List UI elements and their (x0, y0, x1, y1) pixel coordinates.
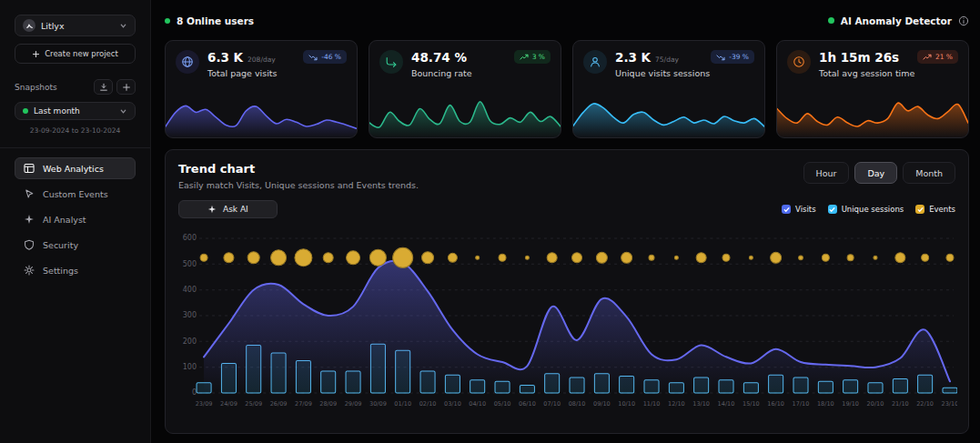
info-icon[interactable] (958, 15, 969, 26)
user-icon (583, 50, 607, 74)
sidebar-item-ai-analyst[interactable]: AI Analyst (15, 208, 136, 230)
trend-badge: -39 % (711, 50, 754, 64)
trend-chart-subtitle: Easily match Visits, Unique sessions and… (178, 180, 419, 190)
sidebar-item-web-analytics[interactable]: Web Analytics (15, 157, 136, 179)
sidebar-item-label: Web Analytics (43, 164, 104, 174)
stat-label: Bouncing rate (411, 68, 472, 78)
chevron-down-icon (119, 107, 127, 116)
litlyx-logo-icon (23, 19, 35, 32)
stat-per-day: 208/day (248, 55, 276, 64)
svg-text:28/09: 28/09 (319, 400, 337, 408)
trend-badge: 3 % (514, 50, 551, 64)
snapshot-range: 23-09-2024 to 23-10-2024 (15, 126, 136, 135)
sidebar-item-custom-events[interactable]: Custom Events (15, 183, 136, 205)
stat-value: 6.3 K (207, 50, 243, 65)
create-project-label: Create new project (45, 49, 118, 58)
sparkle-icon (23, 214, 35, 225)
range-switcher: Hour Day Month (803, 162, 955, 184)
cursor-click-icon (23, 188, 35, 199)
shield-icon (23, 239, 35, 250)
plus-icon (122, 83, 131, 92)
range-button-day[interactable]: Day (854, 162, 897, 184)
check-icon (829, 206, 835, 213)
svg-text:10/10: 10/10 (618, 400, 635, 408)
sidebar-item-label: AI Analyst (43, 215, 86, 225)
svg-text:500: 500 (183, 260, 197, 268)
svg-text:600: 600 (183, 235, 197, 243)
svg-text:15/10: 15/10 (743, 400, 760, 408)
timer-icon (787, 50, 811, 74)
svg-text:14/10: 14/10 (718, 400, 735, 408)
bounce-arrow-icon (379, 50, 403, 74)
add-snapshot-button[interactable] (116, 79, 136, 95)
sidebar-divider (0, 147, 150, 148)
stat-card-avg-session-time[interactable]: 1h 15m 26s Total avg session time 21 % (776, 40, 969, 138)
unique-sessions-checkbox[interactable] (828, 205, 837, 214)
stat-per-day: 75/day (655, 55, 679, 64)
online-users-label: 8 Online users (177, 15, 254, 26)
stat-label: Total avg session time (819, 68, 909, 78)
stat-label: Unique visits sessions (615, 68, 702, 78)
trend-chart-panel: Trend chart Easily match Visits, Unique … (165, 149, 969, 434)
globe-icon (176, 50, 199, 74)
trend-badge: 21 % (917, 50, 958, 64)
visits-checkbox[interactable] (782, 205, 791, 214)
check-icon (917, 206, 924, 213)
stat-value: 48.74 % (411, 50, 467, 65)
online-status-dot (165, 18, 170, 24)
snapshots-label: Snapshots (15, 83, 57, 92)
stat-sparkline (369, 92, 561, 137)
events-checkbox[interactable] (915, 205, 924, 214)
trend-down-icon (308, 54, 318, 61)
period-status-dot (23, 108, 28, 114)
ask-ai-button[interactable]: Ask AI (178, 200, 278, 218)
sidebar: Litlyx Create new project Snapshots Last (0, 0, 151, 443)
trend-chart[interactable]: 010020030040050060023/0924/0925/0926/092… (177, 227, 957, 429)
range-button-month[interactable]: Month (903, 162, 955, 184)
svg-text:09/10: 09/10 (593, 400, 611, 408)
download-snapshot-button[interactable] (94, 79, 113, 95)
stat-sparkline (166, 92, 357, 137)
stat-card-bouncing-rate[interactable]: 48.74 % Bouncing rate 3 % (369, 40, 561, 138)
svg-text:300: 300 (183, 312, 197, 320)
svg-text:22/10: 22/10 (916, 400, 934, 408)
svg-text:13/10: 13/10 (692, 400, 710, 408)
trend-up-icon (923, 54, 932, 61)
stat-card-total-page-visits[interactable]: 6.3 K 208/day Total page visits -46 % (165, 40, 358, 138)
svg-text:16/10: 16/10 (767, 400, 784, 408)
anomaly-label: AI Anomaly Detector (841, 15, 952, 26)
snapshot-actions (94, 79, 136, 95)
gear-icon (23, 265, 35, 276)
stat-card-unique-visits[interactable]: 2.3 K 75/day Unique visits sessions -39 … (572, 40, 765, 138)
legend-visits[interactable]: Visits (782, 205, 816, 214)
sidebar-item-settings[interactable]: Settings (15, 259, 136, 281)
svg-text:400: 400 (183, 286, 197, 294)
svg-text:25/09: 25/09 (245, 400, 262, 408)
range-button-hour[interactable]: Hour (803, 162, 850, 184)
snapshots-header: Snapshots (15, 79, 136, 95)
snapshot-period-select[interactable]: Last month (15, 102, 136, 120)
main-content: 8 Online users AI Anomaly Detector 6.3 K (151, 0, 980, 443)
sparkle-icon (207, 205, 217, 214)
svg-text:24/09: 24/09 (220, 400, 237, 408)
chart-legend: Visits Unique sessions Events (782, 205, 955, 214)
svg-text:23/10: 23/10 (942, 400, 957, 408)
web-analytics-icon (23, 163, 35, 174)
legend-events[interactable]: Events (915, 205, 955, 214)
svg-text:02/10: 02/10 (419, 400, 437, 408)
sidebar-item-security[interactable]: Security (15, 234, 136, 256)
svg-text:27/09: 27/09 (295, 400, 312, 408)
create-project-button[interactable]: Create new project (15, 44, 136, 64)
svg-text:12/10: 12/10 (668, 400, 685, 408)
svg-text:05/10: 05/10 (494, 400, 511, 408)
trend-chart-title: Trend chart (178, 162, 419, 176)
svg-text:200: 200 (183, 337, 197, 346)
trend-badge: -46 % (303, 50, 347, 64)
legend-unique-sessions[interactable]: Unique sessions (828, 205, 904, 214)
plus-icon (32, 50, 40, 58)
top-bar: 8 Online users AI Anomaly Detector (165, 9, 969, 32)
sidebar-menu: Web Analytics Custom Events AI Analyst S… (15, 157, 136, 281)
svg-text:03/10: 03/10 (444, 400, 461, 408)
svg-text:23/09: 23/09 (196, 400, 213, 408)
project-selector[interactable]: Litlyx (15, 15, 136, 36)
